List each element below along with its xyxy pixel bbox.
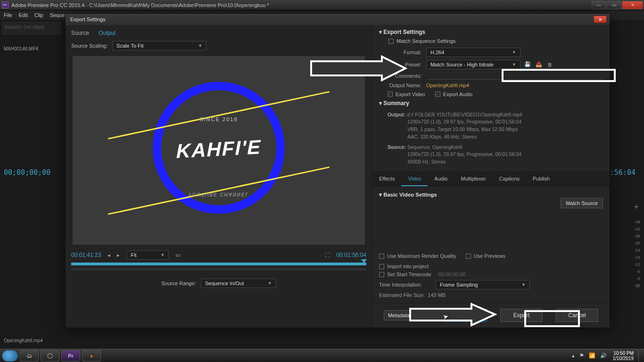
max-render-quality-checkbox[interactable] <box>379 254 384 259</box>
comments-label: Comments: <box>379 73 421 79</box>
bg-timecode-right: 1:56:04 <box>606 168 636 177</box>
source-range-select[interactable]: Sequence In/Out▼ <box>201 279 276 288</box>
basic-video-settings-heading[interactable]: Basic Video Settings <box>379 191 603 198</box>
time-interp-select[interactable]: Frame Sampling▼ <box>436 280 530 289</box>
delete-preset-icon[interactable]: 🗑 <box>546 61 554 68</box>
menu-file[interactable]: File <box>4 12 12 18</box>
preview-tabs: Source Output <box>71 30 366 36</box>
output-name-link[interactable]: OpeningKahfi.mp4 <box>426 82 469 88</box>
time-interp-label: Time Interpolation: <box>379 282 431 288</box>
crop-icon[interactable]: ⛶ <box>325 252 330 258</box>
tray-network-icon[interactable]: 📶 <box>589 353 595 359</box>
tab-output[interactable]: Output <box>99 30 116 36</box>
tab-multiplexer[interactable]: Multiplexer <box>454 172 492 186</box>
clip-item[interactable]: MAH00148.MP4 <box>0 44 61 53</box>
clip-item[interactable]: OpeningKahfi.mp4 <box>0 336 47 345</box>
source-scaling-label: Source Scaling: <box>71 43 107 49</box>
match-source-button[interactable]: Match Source <box>561 198 603 208</box>
menu-clip[interactable]: Clip <box>34 12 43 18</box>
use-previews-checkbox[interactable] <box>466 254 471 259</box>
minimize-button[interactable]: — <box>592 1 606 9</box>
export-settings-heading[interactable]: Export Settings <box>379 29 603 35</box>
menu-edit[interactable]: Edit <box>19 12 28 18</box>
close-button[interactable]: ✕ <box>622 1 643 9</box>
export-audio-label: Export Audio <box>443 91 472 97</box>
preset-label: Preset: <box>379 62 421 67</box>
export-video-checkbox[interactable]: ✓ <box>388 91 393 97</box>
aspect-icon[interactable]: ▭ <box>175 252 180 258</box>
taskbar-chrome-icon[interactable]: ◯ <box>41 350 59 362</box>
maximize-button[interactable]: ▭ <box>607 1 621 9</box>
in-timecode[interactable]: 00:01:41:23 <box>71 252 101 258</box>
bg-timecode-left: 00;00;00;00 <box>4 168 50 177</box>
show-desktop-button[interactable] <box>638 350 642 362</box>
summary-heading[interactable]: Summary <box>379 100 603 107</box>
export-video-label: Export Video <box>396 91 425 97</box>
audio-meter: -48 -42 -36 -30 -24 -18 -12 -6 -0 dB <box>624 215 643 348</box>
est-size-value: 143 MB <box>428 292 446 298</box>
tab-publish[interactable]: Publish <box>526 172 556 186</box>
export-settings-dialog: Export Settings ✕ Source Output Source S… <box>65 13 610 328</box>
dialog-titlebar: Export Settings ✕ <box>66 14 610 25</box>
cancel-button[interactable]: Cancel <box>556 309 598 322</box>
tab-source[interactable]: Source <box>71 30 89 36</box>
comments-input[interactable] <box>426 72 603 80</box>
match-sequence-checkbox[interactable] <box>388 39 394 44</box>
scrub-track[interactable] <box>71 268 366 270</box>
tray-volume-icon[interactable]: 🔊 <box>600 353 607 359</box>
dialog-title: Export Settings <box>70 16 106 22</box>
output-name-label: Output Name: <box>379 82 421 88</box>
taskbar-premiere-icon[interactable]: Pr <box>61 350 80 362</box>
logo-since-text: SINCE 2018 <box>199 116 238 122</box>
summary-source-label: Source: <box>388 144 406 150</box>
taskbar-explorer-icon[interactable]: 🗂 <box>20 350 39 362</box>
add-marker-icon[interactable]: + <box>634 203 638 211</box>
preset-select[interactable]: Match Source - High bitrate▼ <box>426 60 520 69</box>
est-size-label: Estimated File Size: <box>379 292 425 298</box>
tab-video[interactable]: Video <box>401 172 428 186</box>
tray-up-icon[interactable]: ▴ <box>572 353 575 359</box>
start-tc-value: 00:00:00:00 <box>438 272 466 277</box>
tab-audio[interactable]: Audio <box>428 172 454 186</box>
window-titlebar: Pr Adobe Premiere Pro CC 2015.4 - C:\Use… <box>0 0 644 10</box>
logo-sub-text: YOUTUBE CHANNEL <box>189 192 249 197</box>
tab-effects[interactable]: Effects <box>372 172 401 186</box>
format-select[interactable]: H.264▼ <box>426 48 520 57</box>
source-panel-header: Source: (no clips) <box>1 21 62 36</box>
source-scaling-select[interactable]: Scale To Fit▼ <box>112 41 206 50</box>
premiere-icon: Pr <box>2 2 8 8</box>
taskbar-clock[interactable]: 10:50 PM 1/10/2019 <box>610 351 637 361</box>
step-back-icon[interactable]: ◂ <box>107 252 110 258</box>
play-icon[interactable]: ▸ <box>117 252 120 258</box>
dialog-close-button[interactable]: ✕ <box>594 16 607 23</box>
export-audio-checkbox[interactable]: ✓ <box>435 91 440 97</box>
window-title: Adobe Premiere Pro CC 2015.4 - C:\Users\… <box>11 2 269 8</box>
match-sequence-label: Match Sequence Settings <box>396 38 455 44</box>
save-preset-icon[interactable]: 💾 <box>523 61 532 68</box>
logo-main-text: KAHFI'E <box>176 136 261 163</box>
import-preset-icon[interactable]: 📥 <box>535 61 543 68</box>
queue-button[interactable]: Queue <box>445 309 487 322</box>
taskbar-app-icon[interactable]: ● <box>82 350 101 362</box>
metadata-button[interactable]: Metadata... <box>384 310 418 321</box>
summary-output-label: Output: <box>388 112 405 117</box>
encoder-tabs: Effects Video Audio Multiplexer Captions… <box>372 172 610 187</box>
out-timecode[interactable]: 00:01:56:04 <box>337 252 366 258</box>
import-project-checkbox[interactable] <box>379 264 384 269</box>
start-button[interactable] <box>2 350 18 362</box>
preview-monitor[interactable]: SINCE 2018 KAHFI'E YOUTUBE CHANNEL <box>73 56 365 245</box>
set-start-tc-checkbox[interactable] <box>379 272 384 277</box>
taskbar: 🗂 ◯ Pr ● ▴ ⚑ 📶 🔊 10:50 PM 1/10/2019 <box>0 349 644 362</box>
tray-flag-icon[interactable]: ⚑ <box>579 353 584 359</box>
source-range-label: Source Range: <box>161 280 196 286</box>
zoom-fit-select[interactable]: Fit▼ <box>126 250 169 260</box>
tab-captions[interactable]: Captions <box>493 172 526 186</box>
scrub-bar[interactable] <box>71 263 366 265</box>
export-button[interactable]: Export <box>500 309 543 322</box>
format-label: Format: <box>379 49 421 55</box>
